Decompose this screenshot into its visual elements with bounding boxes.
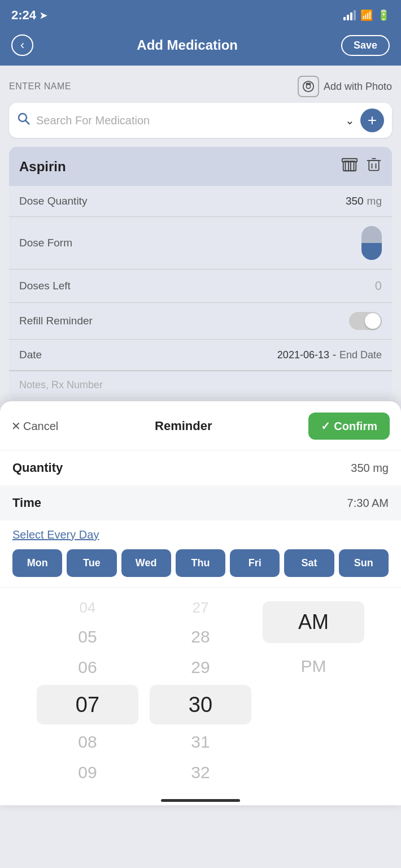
wifi-icon: 📶: [360, 9, 373, 21]
time-value: 7:30 AM: [347, 497, 389, 510]
search-icon: [17, 112, 30, 129]
day-wed-button[interactable]: Wed: [121, 549, 171, 577]
delete-icon[interactable]: [366, 157, 382, 176]
day-buttons: Mon Tue Wed Thu Fri Sat Sun: [12, 549, 389, 577]
status-time: 2:24 ➤: [11, 8, 47, 23]
confirm-button[interactable]: ✓ Confirm: [308, 413, 390, 440]
chevron-down-icon: ⌄: [345, 114, 355, 127]
back-button[interactable]: ‹: [11, 34, 33, 56]
quantity-value: 350 mg: [351, 462, 389, 475]
hours-column[interactable]: 04 05 06 07 08 09: [31, 593, 144, 788]
medication-header: Aspirin: [9, 147, 392, 186]
day-mon-button[interactable]: Mon: [12, 549, 62, 577]
battery-icon: 🔋: [377, 9, 390, 21]
modal-title: Reminder: [155, 419, 212, 433]
refill-reminder-toggle[interactable]: [349, 312, 382, 330]
enter-name-label: ENTER NAME: [9, 81, 71, 92]
location-arrow-icon: ➤: [40, 10, 47, 21]
status-bar: 2:24 ➤ 📶 🔋: [0, 0, 401, 28]
refill-reminder-label: Refill Reminder: [19, 315, 93, 327]
notes-label: Notes, Rx Number: [19, 379, 103, 390]
cancel-button[interactable]: ✕ Cancel: [11, 419, 58, 433]
archive-icon[interactable]: [341, 156, 358, 177]
time-picker[interactable]: 04 05 06 07 08 09 27 28 29 30 31 32 AM P…: [0, 587, 401, 793]
modal-header: ✕ Cancel Reminder ✓ Confirm: [0, 401, 401, 450]
dose-quantity-row[interactable]: Dose Quantity 350 mg: [9, 186, 392, 217]
cancel-label: Cancel: [23, 420, 58, 433]
date-value: 2021-06-13 - End Date: [277, 349, 382, 361]
min-30-selected[interactable]: 30: [150, 685, 251, 724]
select-every-day-button[interactable]: Select Every Day: [12, 528, 389, 541]
toggle-knob: [365, 313, 381, 329]
reminder-modal: ✕ Cancel Reminder ✓ Confirm Quantity 350…: [0, 401, 401, 805]
date-row[interactable]: Date 2021-06-13 - End Date: [9, 340, 392, 371]
svg-rect-5: [346, 161, 349, 171]
min-29: 29: [144, 652, 257, 683]
refill-reminder-row: Refill Reminder: [9, 303, 392, 340]
home-bar: [161, 799, 240, 802]
medication-actions: [341, 156, 382, 177]
hour-08: 08: [31, 727, 144, 757]
svg-rect-1: [306, 84, 310, 85]
day-fri-button[interactable]: Fri: [230, 549, 280, 577]
date-label: Date: [19, 349, 42, 361]
day-sun-button[interactable]: Sun: [339, 549, 389, 577]
svg-rect-7: [342, 159, 357, 162]
hour-04: 04: [31, 593, 144, 622]
capsule-icon: [361, 226, 382, 260]
svg-line-3: [26, 121, 30, 125]
minutes-column[interactable]: 27 28 29 30 31 32: [144, 593, 257, 788]
signal-bars-icon: [343, 10, 356, 20]
nav-bar: ‹ Add Medication Save: [0, 28, 401, 66]
medication-card: Aspirin: [9, 147, 392, 399]
back-arrow-icon: ‹: [20, 38, 24, 53]
hour-06: 06: [31, 652, 144, 683]
enter-name-row: ENTER NAME Add with Photo: [9, 76, 392, 97]
quantity-row: Quantity 350 mg: [0, 450, 401, 485]
home-indicator: [0, 793, 401, 805]
hour-05: 05: [31, 622, 144, 652]
cancel-x-icon: ✕: [11, 419, 21, 433]
ampm-column[interactable]: AM PM: [257, 593, 370, 788]
dose-quantity-value: 350 mg: [346, 195, 382, 207]
notes-row[interactable]: Notes, Rx Number: [9, 371, 392, 399]
svg-point-2: [19, 114, 27, 121]
nav-title: Add Medication: [137, 37, 238, 53]
status-icons: 📶 🔋: [343, 9, 390, 21]
min-28: 28: [144, 622, 257, 652]
time-row: Time 7:30 AM: [0, 485, 401, 520]
add-with-photo-label: Add with Photo: [324, 81, 392, 93]
add-medication-button[interactable]: +: [360, 108, 384, 132]
min-31: 31: [144, 727, 257, 757]
confirm-check-icon: ✓: [321, 419, 330, 433]
hour-07-selected[interactable]: 07: [37, 685, 138, 724]
svg-rect-6: [351, 161, 354, 171]
min-27: 27: [144, 593, 257, 622]
day-selector: Select Every Day Mon Tue Wed Thu Fri Sat…: [0, 520, 401, 587]
medication-name: Aspirin: [19, 159, 66, 175]
svg-rect-8: [369, 160, 379, 171]
min-32: 32: [144, 757, 257, 788]
doses-left-row[interactable]: Doses Left 0: [9, 270, 392, 303]
save-button[interactable]: Save: [341, 35, 390, 56]
day-sat-button[interactable]: Sat: [284, 549, 334, 577]
pm-option[interactable]: PM: [257, 645, 370, 687]
doses-left-label: Doses Left: [19, 280, 71, 292]
form-rows: Dose Quantity 350 mg Dose Form Doses Lef…: [9, 186, 392, 399]
search-bar[interactable]: Search For Medication ⌄ +: [9, 103, 392, 138]
dose-form-label: Dose Form: [19, 237, 72, 249]
time-label: Time: [12, 496, 41, 510]
dose-quantity-label: Dose Quantity: [19, 195, 87, 207]
dose-form-row[interactable]: Dose Form: [9, 217, 392, 270]
content-area: ENTER NAME Add with Photo Search For Med…: [0, 66, 401, 399]
quantity-label: Quantity: [12, 461, 63, 475]
svg-point-0: [306, 84, 310, 88]
search-input[interactable]: Search For Medication: [36, 114, 339, 127]
add-with-photo-button[interactable]: Add with Photo: [298, 76, 392, 97]
camera-icon: [298, 76, 319, 97]
day-thu-button[interactable]: Thu: [176, 549, 225, 577]
day-tue-button[interactable]: Tue: [67, 549, 116, 577]
doses-left-value: 0: [375, 279, 382, 293]
am-selected[interactable]: AM: [263, 601, 364, 643]
confirm-label: Confirm: [334, 420, 377, 433]
